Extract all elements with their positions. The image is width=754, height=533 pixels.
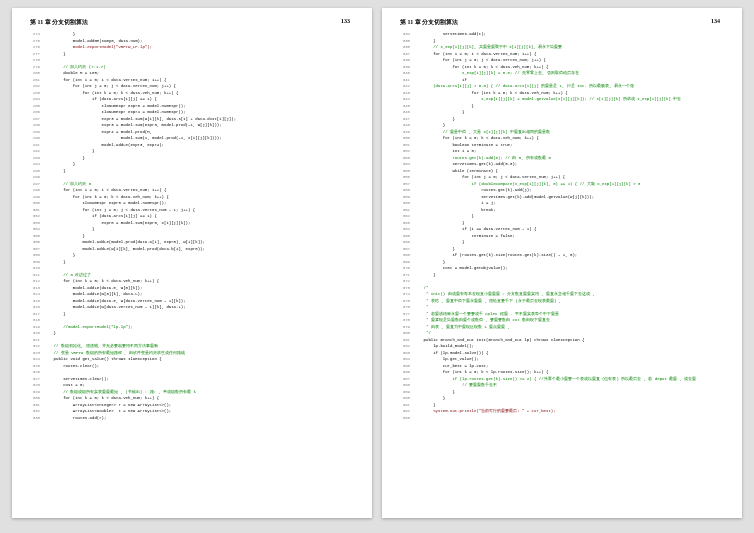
- page-left: 第 11 章 分支切割算法 133 274 } 275 model.addGe(…: [12, 8, 372, 518]
- code-listing-right: 334 servetimes.add(t); 335 } 336 // x_ex…: [396, 31, 724, 421]
- page-header: 第 11 章 分支切割算法 133: [26, 18, 354, 27]
- page-header: 第 11 章 分支切割算法 134: [396, 18, 724, 27]
- chapter-title: 第 11 章 分支切割算法: [400, 18, 458, 27]
- code-listing-left: 274 } 275 model.addGe(sumy0, data.num); …: [26, 31, 354, 421]
- chapter-title: 第 11 章 分支切割算法: [30, 18, 88, 27]
- page-right: 第 11 章 分支切割算法 134 334 servetimes.add(t);…: [382, 8, 742, 518]
- page-number: 134: [711, 18, 720, 27]
- page-number: 133: [341, 18, 350, 27]
